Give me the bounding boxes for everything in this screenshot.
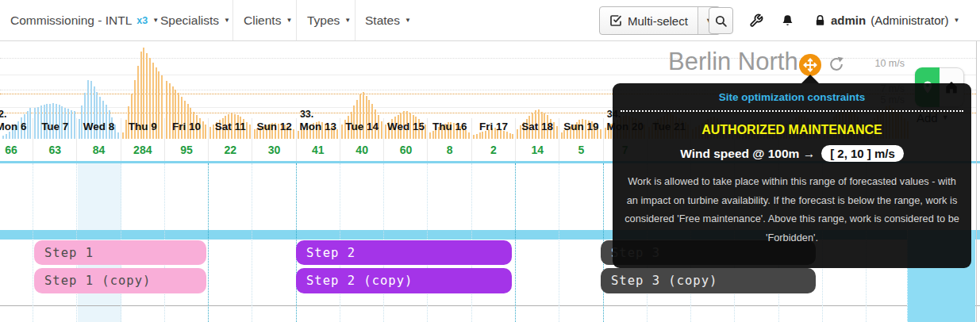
day-count: 22 — [208, 144, 252, 156]
histogram-bar — [2, 136, 4, 139]
day-count: 2 — [471, 144, 516, 156]
day-gridline — [252, 163, 252, 322]
top-nav: Commissioning - INTL x3 ▼ Specialists ▼ … — [0, 0, 980, 41]
day-count: 284 — [121, 144, 165, 156]
constraint-label: Wind speed @ 100m → — [680, 147, 815, 160]
day-count: 41 — [296, 144, 340, 156]
histogram-bar — [102, 101, 104, 139]
gantt-bar[interactable]: Step 2 — [296, 240, 512, 265]
day-count: 84 — [77, 144, 121, 156]
app-window: 10 m/s7 m/s5 m/s Berlin North — [0, 0, 980, 322]
gantt-bar[interactable]: Step 3 (copy) — [601, 268, 816, 293]
weekend-gridline — [208, 163, 209, 322]
user-role: (Administrator) — [870, 13, 948, 27]
menu-label: Clients — [244, 13, 281, 28]
histogram-bar — [506, 132, 508, 139]
nav-separator — [355, 0, 355, 40]
date-label: Thu 9 — [121, 121, 165, 132]
notifications-button[interactable] — [781, 0, 794, 40]
caret-down-icon: ▼ — [224, 17, 230, 24]
histogram-bar — [512, 134, 513, 139]
histogram-bar — [476, 134, 478, 139]
histogram-bar — [482, 132, 483, 139]
constraint-value-pill: [ 2, 10 ] m/s — [821, 145, 904, 162]
date-label: Fri 17 — [471, 121, 516, 132]
histogram-bar — [117, 132, 119, 139]
day-count: 5 — [559, 144, 604, 156]
move-site-button[interactable] — [799, 54, 821, 76]
day-count: 60 — [383, 144, 428, 156]
constraint-line: Wind speed @ 100m →[ 2, 10 ] m/s — [613, 145, 971, 162]
week-number-label: 33. — [300, 109, 313, 120]
histogram-bar — [184, 101, 186, 139]
caret-down-icon: ▼ — [286, 17, 292, 24]
share-site-button[interactable] — [828, 56, 845, 73]
menu-states[interactable]: States ▼ — [365, 0, 411, 40]
weekend-gridline — [296, 163, 297, 322]
lock-icon — [814, 14, 826, 27]
menu-label: Types — [307, 13, 340, 28]
date-label: Mon 6 — [0, 121, 33, 132]
menu-commissioning[interactable]: Commissioning - INTL x3 ▼ — [10, 0, 159, 40]
day-count: 40 — [340, 144, 384, 156]
menu-types[interactable]: Types ▼ — [307, 0, 351, 40]
caret-down-icon: ▼ — [152, 17, 159, 24]
date-label: Wed 8 — [77, 121, 121, 132]
date-label: Fri 10 — [164, 121, 209, 132]
date-label: Sat 18 — [515, 121, 559, 132]
bell-icon — [781, 13, 794, 28]
user-menu[interactable]: admin (Administrator) ▼ — [814, 0, 959, 40]
day-count: 30 — [252, 144, 297, 156]
histogram-bar — [6, 134, 7, 139]
date-label: Tue 7 — [33, 121, 77, 132]
date-label: Wed 15 — [383, 121, 428, 132]
wrench-icon — [749, 13, 763, 28]
tooltip-title: Site optimization constraints — [613, 91, 971, 103]
gantt-bar[interactable]: Step 1 — [34, 240, 206, 265]
histogram-bar — [509, 133, 511, 139]
day-count: 66 — [0, 144, 33, 156]
caret-down-icon: ▼ — [344, 17, 351, 24]
menu-clients[interactable]: Clients ▼ — [244, 0, 292, 40]
histogram-bar — [368, 100, 370, 139]
day-count: 95 — [164, 144, 209, 156]
histogram-bar — [181, 97, 183, 139]
gantt-bar[interactable]: Step 1 (copy) — [34, 268, 206, 293]
week-number-label: 32. — [0, 109, 6, 120]
nav-separator — [233, 0, 233, 40]
tooltip-separator — [621, 110, 963, 112]
histogram-bar — [9, 132, 10, 139]
tooltip-body: Work is allowed to take place within thi… — [621, 172, 963, 247]
move-icon — [803, 58, 817, 72]
tooltip-heading: AUTHORIZED MAINTENANCE — [613, 123, 971, 137]
histogram-bar — [429, 132, 431, 139]
share-icon — [828, 56, 845, 73]
histogram-bar — [479, 132, 481, 139]
page-title: Berlin North — [668, 48, 798, 76]
multi-select-main[interactable]: Multi-select — [600, 7, 698, 34]
user-name: admin — [831, 13, 866, 27]
menu-label: Specialists — [160, 13, 219, 28]
day-count: 8 — [428, 144, 472, 156]
histogram-bar — [468, 132, 470, 139]
caret-down-icon: ▼ — [954, 17, 960, 24]
date-label: Sun 12 — [252, 121, 297, 132]
day-gridline — [559, 163, 559, 322]
day-count: 14 — [515, 144, 559, 156]
settings-button[interactable] — [749, 0, 763, 40]
date-label: Sat 11 — [208, 121, 252, 132]
row-divider — [0, 305, 980, 306]
search-button[interactable] — [709, 7, 733, 34]
histogram-bar — [122, 132, 124, 139]
day-count: 63 — [33, 144, 77, 156]
gantt-bar[interactable]: Step 2 (copy) — [296, 268, 512, 293]
histogram-bar — [561, 132, 563, 139]
menu-specialists[interactable]: Specialists ▼ — [160, 0, 230, 40]
date-label: Thu 16 — [428, 121, 472, 132]
count-badge: x3 — [136, 15, 148, 26]
panel-right-border — [976, 41, 977, 322]
multi-select-label: Multi-select — [628, 14, 688, 28]
date-label: Tue 14 — [340, 121, 384, 132]
weekend-gridline — [515, 163, 516, 322]
site-constraints-tooltip: Site optimization constraints AUTHORIZED… — [613, 83, 971, 268]
